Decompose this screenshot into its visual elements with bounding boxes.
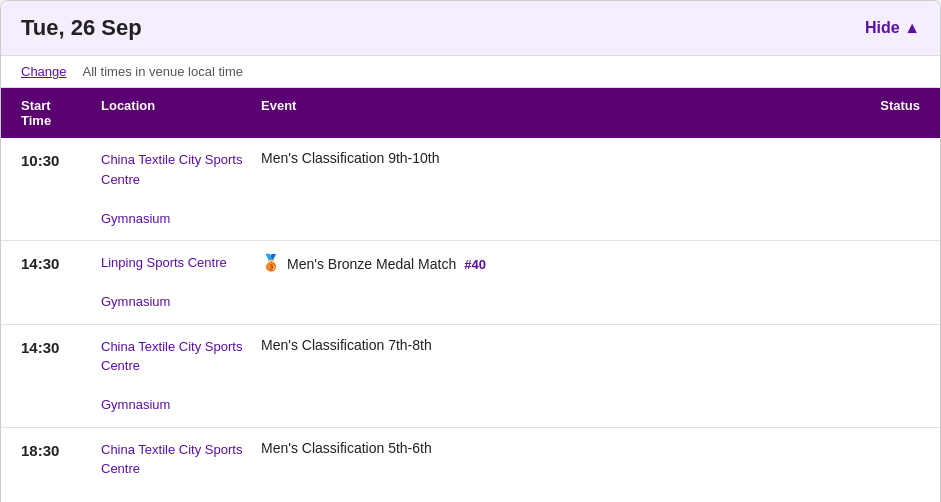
medal-icon: 🥉 bbox=[261, 253, 279, 275]
location-cell: China Textile City Sports CentreGymnasiu… bbox=[101, 150, 261, 228]
schedule-container: Tue, 26 Sep Hide ▲ Change All times in v… bbox=[0, 0, 941, 502]
col-location: Location bbox=[101, 98, 261, 128]
col-status: Status bbox=[820, 98, 920, 128]
table-row: 18:30China Textile City Sports CentreGym… bbox=[1, 428, 940, 503]
table-header: StartTime Location Event Status bbox=[1, 88, 940, 138]
event-name: Men's Bronze Medal Match bbox=[287, 256, 456, 272]
event-name: Men's Classification 7th-8th bbox=[261, 337, 432, 353]
date-title: Tue, 26 Sep bbox=[21, 15, 142, 41]
change-link[interactable]: Change bbox=[21, 64, 67, 79]
start-time: 14:30 bbox=[21, 253, 101, 272]
event-cell: Men's Classification 7th-8th bbox=[261, 337, 820, 353]
location-cell: Linping Sports CentreGymnasium bbox=[101, 253, 261, 312]
table-row: 14:30China Textile City Sports CentreGym… bbox=[1, 325, 940, 428]
event-tag: #40 bbox=[464, 257, 486, 272]
event-name: Men's Classification 5th-6th bbox=[261, 440, 432, 456]
hide-button[interactable]: Hide ▲ bbox=[865, 19, 920, 37]
event-cell: Men's Classification 9th-10th bbox=[261, 150, 820, 166]
col-event: Event bbox=[261, 98, 820, 128]
event-cell: Men's Classification 5th-6th bbox=[261, 440, 820, 456]
location-cell: China Textile City Sports CentreGymnasiu… bbox=[101, 337, 261, 415]
location-cell: China Textile City Sports CentreGymnasiu… bbox=[101, 440, 261, 503]
table-row: 14:30Linping Sports CentreGymnasium🥉Men'… bbox=[1, 241, 940, 325]
start-time: 18:30 bbox=[21, 440, 101, 459]
timezone-note: All times in venue local time bbox=[83, 64, 243, 79]
date-header: Tue, 26 Sep Hide ▲ bbox=[1, 1, 940, 56]
event-name: Men's Classification 9th-10th bbox=[261, 150, 440, 166]
start-time: 14:30 bbox=[21, 337, 101, 356]
col-start-time: StartTime bbox=[21, 98, 101, 128]
subheader: Change All times in venue local time bbox=[1, 56, 940, 88]
event-cell: 🥉Men's Bronze Medal Match#40 bbox=[261, 253, 820, 275]
table-body: 10:30China Textile City Sports CentreGym… bbox=[1, 138, 940, 502]
table-row: 10:30China Textile City Sports CentreGym… bbox=[1, 138, 940, 241]
start-time: 10:30 bbox=[21, 150, 101, 169]
